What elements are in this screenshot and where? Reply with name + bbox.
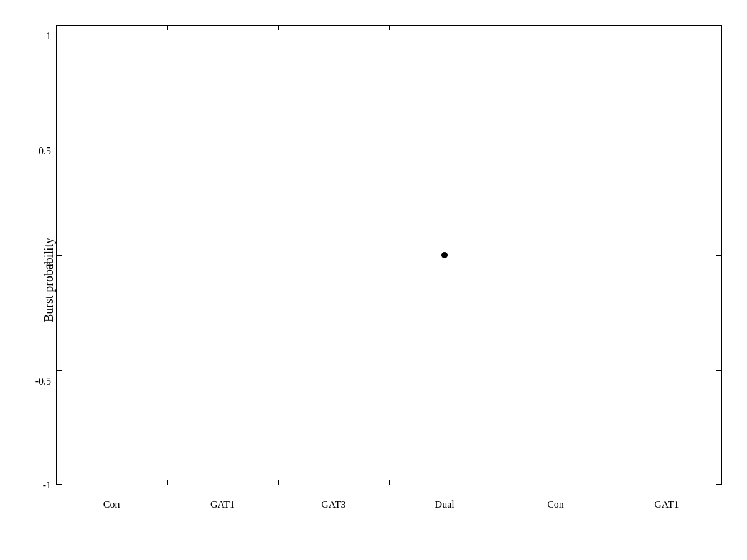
y-tick-neg1: -1 [43,480,51,491]
x-tick-bot-4 [611,480,611,485]
y-tick-line-neg0-5 [57,370,62,371]
x-tick-top-1 [278,26,279,30]
chart-container: Burst probability 1 0.5 0 -0.5 -1 [0,0,747,560]
x-tick-top-0 [167,26,168,30]
y-tick-1: 1 [46,30,51,42]
x-label-dual: Dual [435,499,454,510]
x-label-gat3: GAT3 [321,499,345,510]
x-tick-top-3 [500,26,500,30]
y-tick-0: 0 [46,261,51,272]
y-tick-line-1 [57,26,62,26]
x-tick-bot-2 [389,480,390,485]
x-label-con2: Con [547,499,564,510]
y-tick-line-right-neg0-5 [716,370,721,371]
chart-plot-area [56,25,722,485]
x-label-con1: Con [103,499,120,510]
y-tick-line-neg1 [57,484,62,485]
y-tick-neg0-5: -0.5 [35,376,51,387]
x-axis-labels-container: Con GAT1 GAT3 Dual Con GAT1 [56,485,722,516]
data-point-dual [441,252,448,258]
y-tick-line-right-0 [716,255,721,256]
y-axis-ticks-container: 1 0.5 0 -0.5 -1 [0,25,56,485]
y-tick-line-0-5 [57,141,62,141]
y-tick-line-0 [57,255,62,256]
x-tick-top-4 [611,26,611,30]
x-tick-bot-3 [500,480,500,485]
x-tick-bot-0 [167,480,168,485]
y-tick-line-right-1 [716,26,721,26]
x-label-gat1-1: GAT1 [210,499,235,510]
y-tick-0-5: 0.5 [39,146,51,157]
x-tick-bot-1 [278,480,279,485]
y-tick-line-right-0-5 [716,141,721,141]
x-tick-top-2 [389,26,390,30]
x-label-gat1-2: GAT1 [654,499,679,510]
y-tick-line-right-neg1 [716,484,721,485]
